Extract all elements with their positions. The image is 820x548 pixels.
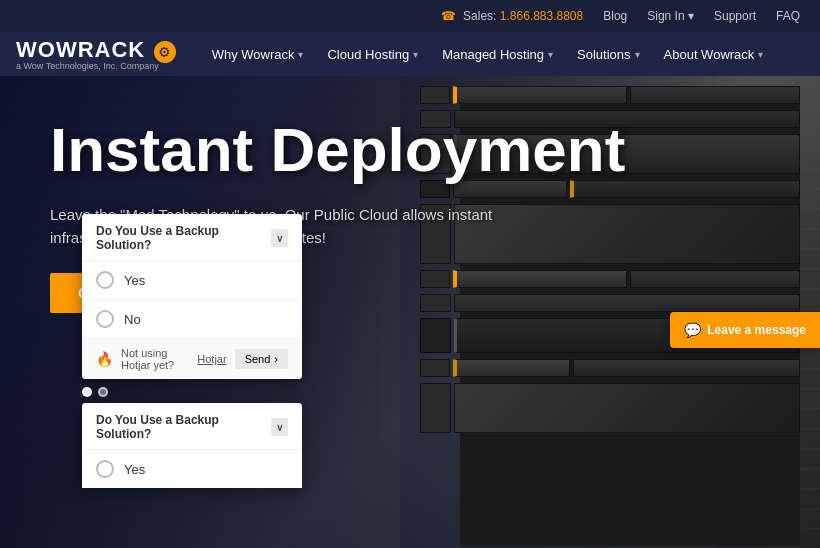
chat-footer: 🔥 Not using Hotjar yet? Hotjar Send › [82, 339, 302, 379]
chat-option-no[interactable]: No [82, 300, 302, 339]
chat-header: Do You Use a Backup Solution? ∨ [82, 214, 302, 261]
logo: WOWRACK [16, 37, 176, 64]
nav-about-wowrack[interactable]: About Wowrack ▾ [652, 32, 776, 76]
utility-bar: ☎ Sales: 1.866.883.8808 Blog Sign In ▾ S… [0, 0, 820, 32]
chevron-down-icon: ▾ [635, 49, 640, 60]
blog-link[interactable]: Blog [603, 9, 627, 23]
chevron-down-icon: ▾ [548, 49, 553, 60]
faq-link[interactable]: FAQ [776, 9, 800, 23]
slide-dots [82, 387, 302, 397]
chat-expand-button-2[interactable]: ∨ [271, 418, 288, 436]
chat-box-2: Do You Use a Backup Solution? ∨ Yes [82, 403, 302, 488]
phone-area: ☎ Sales: 1.866.883.8808 [441, 9, 583, 23]
leave-message-label: Leave a message [707, 323, 806, 337]
logo-icon [154, 41, 176, 63]
option-2-yes-label: Yes [124, 462, 145, 477]
support-link[interactable]: Support [714, 9, 756, 23]
hero-title: Instant Deployment [50, 116, 770, 184]
hotjar-link[interactable]: Hotjar [197, 353, 226, 365]
chat-header-2: Do You Use a Backup Solution? ∨ [82, 403, 302, 450]
send-button[interactable]: Send › [235, 349, 288, 369]
nav-cloud-hosting[interactable]: Cloud Hosting ▾ [315, 32, 430, 76]
logo-sub: a Wow Technologies, Inc. Company [16, 61, 176, 71]
chat-expand-button[interactable]: ∨ [271, 229, 288, 247]
option-yes-label: Yes [124, 273, 145, 288]
chat-question: Do You Use a Backup Solution? [96, 224, 271, 252]
chat-box: Do You Use a Backup Solution? ∨ Yes No 🔥… [82, 214, 302, 379]
chat-question-2: Do You Use a Backup Solution? [96, 413, 271, 441]
phone-icon: ☎ [441, 9, 456, 23]
logo-area: WOWRACK a Wow Technologies, Inc. Company [16, 37, 176, 72]
chevron-down-icon: ▾ [758, 49, 763, 60]
dot-1[interactable] [82, 387, 92, 397]
phone-label: Sales: [463, 9, 496, 23]
radio-2-yes[interactable] [96, 460, 114, 478]
fire-icon: 🔥 [96, 351, 113, 367]
nav-managed-hosting[interactable]: Managed Hosting ▾ [430, 32, 565, 76]
radio-yes[interactable] [96, 271, 114, 289]
phone-number: 1.866.883.8808 [500, 9, 583, 23]
chat-option-2-yes[interactable]: Yes [82, 450, 302, 488]
footer-prefix: Not using Hotjar yet? [121, 347, 189, 371]
dot-2[interactable] [98, 387, 108, 397]
message-icon: 💬 [684, 322, 701, 338]
logo-text: WOWRACK [16, 37, 145, 62]
chat-option-yes[interactable]: Yes [82, 261, 302, 300]
sign-in-link[interactable]: Sign In ▾ [647, 9, 694, 23]
chat-widget: Do You Use a Backup Solution? ∨ Yes No 🔥… [82, 214, 302, 488]
leave-message-button[interactable]: 💬 Leave a message [670, 312, 820, 348]
chevron-down-icon: ▾ [298, 49, 303, 60]
nav-why-wowrack[interactable]: Why Wowrack ▾ [200, 32, 316, 76]
nav-solutions[interactable]: Solutions ▾ [565, 32, 651, 76]
option-no-label: No [124, 312, 141, 327]
chevron-down-icon: ▾ [413, 49, 418, 60]
radio-no[interactable] [96, 310, 114, 328]
main-nav: WOWRACK a Wow Technologies, Inc. Company… [0, 32, 820, 76]
